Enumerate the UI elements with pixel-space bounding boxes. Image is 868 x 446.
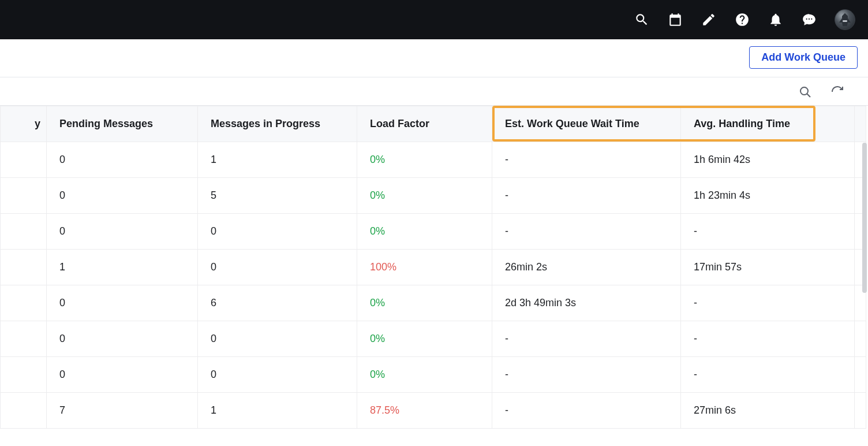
calendar-icon[interactable]: 17 — [667, 12, 683, 28]
cell-wait-time: - — [492, 393, 681, 429]
cell-pending: 1 — [47, 250, 198, 285]
col-header-spacer — [855, 106, 866, 142]
cell-load-factor: 0% — [357, 142, 492, 178]
refresh-icon[interactable] — [830, 84, 845, 99]
svg-line-1 — [807, 94, 810, 97]
cell-in-progress: 0 — [198, 357, 357, 393]
cell-wait-time: 2d 3h 49min 3s — [492, 285, 681, 321]
col-header-avg-handling[interactable]: Avg. Handling Time — [681, 106, 855, 142]
edit-icon[interactable] — [701, 12, 717, 28]
col-header-in-progress[interactable]: Messages in Progress — [198, 106, 357, 142]
table-row[interactable]: 000%-- — [1, 214, 866, 250]
cell-truncated — [1, 285, 47, 321]
scrollbar-thumb[interactable] — [862, 143, 867, 293]
cell-wait-time: - — [492, 214, 681, 250]
table-toolbar — [0, 77, 868, 106]
work-queue-table: y Pending Messages Messages in Progress … — [0, 106, 866, 429]
cell-truncated — [1, 142, 47, 178]
cell-wait-time: - — [492, 321, 681, 357]
col-header-wait-time[interactable]: Est. Work Queue Wait Time — [492, 106, 681, 142]
cell-pending: 0 — [47, 357, 198, 393]
cell-load-factor: 100% — [357, 250, 492, 285]
cell-truncated — [1, 178, 47, 214]
chat-icon[interactable] — [801, 12, 817, 28]
table-header-row: y Pending Messages Messages in Progress … — [1, 106, 866, 142]
cell-load-factor: 87.5% — [357, 393, 492, 429]
cell-load-factor: 0% — [357, 321, 492, 357]
cell-in-progress: 0 — [198, 321, 357, 357]
cell-avg-handling: 1h 23min 4s — [681, 178, 855, 214]
cell-spacer — [855, 321, 866, 357]
cell-pending: 0 — [47, 321, 198, 357]
cell-in-progress: 6 — [198, 285, 357, 321]
cell-spacer — [855, 393, 866, 429]
table-row[interactable]: 050%-1h 23min 4s — [1, 178, 866, 214]
cell-avg-handling: - — [681, 214, 855, 250]
cell-pending: 0 — [47, 142, 198, 178]
cell-load-factor: 0% — [357, 357, 492, 393]
search-icon[interactable] — [634, 12, 650, 28]
col-header-pending[interactable]: Pending Messages — [47, 106, 198, 142]
cell-truncated — [1, 357, 47, 393]
cell-in-progress: 5 — [198, 178, 357, 214]
cell-avg-handling: - — [681, 285, 855, 321]
cell-avg-handling: 1h 6min 42s — [681, 142, 855, 178]
cell-pending: 7 — [47, 393, 198, 429]
cell-truncated — [1, 393, 47, 429]
cell-wait-time: - — [492, 178, 681, 214]
cell-in-progress: 1 — [198, 142, 357, 178]
cell-wait-time: - — [492, 142, 681, 178]
bell-icon[interactable] — [768, 12, 784, 28]
cell-avg-handling: 17min 57s — [681, 250, 855, 285]
table-row[interactable]: 010%-1h 6min 42s — [1, 142, 866, 178]
cell-wait-time: - — [492, 357, 681, 393]
cell-truncated — [1, 214, 47, 250]
cell-avg-handling: - — [681, 357, 855, 393]
cell-truncated — [1, 250, 47, 285]
app-topbar: 17 — [0, 0, 868, 39]
cell-avg-handling: 27min 6s — [681, 393, 855, 429]
work-queue-table-wrap: y Pending Messages Messages in Progress … — [0, 106, 868, 429]
cell-pending: 0 — [47, 285, 198, 321]
add-work-queue-button[interactable]: Add Work Queue — [749, 46, 858, 69]
table-row[interactable]: 060%2d 3h 49min 3s- — [1, 285, 866, 321]
table-row[interactable]: 10100%26min 2s17min 57s — [1, 250, 866, 285]
cell-load-factor: 0% — [357, 285, 492, 321]
cell-load-factor: 0% — [357, 214, 492, 250]
avatar[interactable] — [835, 9, 855, 30]
cell-avg-handling: - — [681, 321, 855, 357]
col-header-truncated[interactable]: y — [1, 106, 47, 142]
table-row[interactable]: 000%-- — [1, 321, 866, 357]
cell-load-factor: 0% — [357, 178, 492, 214]
page-action-row: Add Work Queue — [0, 39, 868, 77]
cell-pending: 0 — [47, 214, 198, 250]
cell-truncated — [1, 321, 47, 357]
help-icon[interactable] — [734, 12, 750, 28]
cell-spacer — [855, 357, 866, 393]
cell-in-progress: 1 — [198, 393, 357, 429]
svg-point-0 — [800, 87, 808, 95]
col-header-load-factor[interactable]: Load Factor — [357, 106, 492, 142]
cell-wait-time: 26min 2s — [492, 250, 681, 285]
cell-in-progress: 0 — [198, 214, 357, 250]
table-row[interactable]: 000%-- — [1, 357, 866, 393]
cell-pending: 0 — [47, 178, 198, 214]
table-search-icon[interactable] — [798, 84, 813, 99]
table-row[interactable]: 7187.5%-27min 6s — [1, 393, 866, 429]
cell-in-progress: 0 — [198, 250, 357, 285]
calendar-day-badge: 17 — [667, 18, 683, 24]
